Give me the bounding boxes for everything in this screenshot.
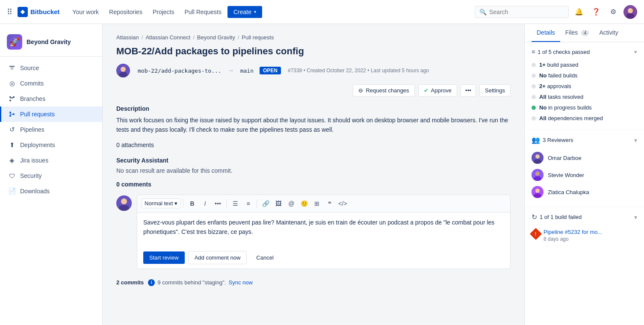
- nav-pull-requests[interactable]: Pull Requests: [180, 6, 226, 18]
- breadcrumb-beyond-gravity[interactable]: Beyond Gravity: [197, 34, 235, 41]
- toolbar-separator-1: [183, 199, 183, 208]
- check-label-tasks: All tasks resolved: [539, 94, 583, 100]
- avatar[interactable]: [623, 5, 637, 19]
- mention-button[interactable]: @: [285, 198, 297, 210]
- sidebar-item-label-branches: Branches: [20, 95, 45, 102]
- reviewer-name-stevie: Stevie Wonder: [548, 172, 584, 178]
- editor-actions: Start review Add comment now Cancel: [137, 247, 510, 269]
- comment-editor-wrap: Normal text ▾ B I ••• ☰ ≡ 🔗 🖼 @: [116, 195, 511, 276]
- sidebar-item-jira-issues[interactable]: ◈ Jira issues: [0, 153, 102, 168]
- table-button[interactable]: ⊞: [311, 198, 323, 210]
- logo[interactable]: Bitbucket: [18, 7, 59, 17]
- editor-content[interactable]: Savez-vous plupart des enfants peuvent p…: [137, 213, 510, 247]
- search-input[interactable]: [489, 9, 564, 15]
- checks-list-icon: ≡: [532, 48, 535, 55]
- search-box[interactable]: 🔍: [475, 6, 569, 18]
- comment-editor: Normal text ▾ B I ••• ☰ ≡ 🔗 🖼 @: [137, 195, 511, 269]
- checks-summary: 1 of 5 checks passed: [538, 49, 632, 55]
- tab-files[interactable]: Files 4: [560, 24, 594, 42]
- sidebar-item-branches[interactable]: Branches: [0, 91, 102, 106]
- build-pipeline-link[interactable]: Pipeline #5232 for mo...: [544, 229, 602, 235]
- check-row-no-failed: No failed builds: [532, 70, 637, 81]
- commenter-avatar: [116, 195, 132, 211]
- tab-files-label: Files: [565, 29, 578, 36]
- link-button[interactable]: 🔗: [260, 198, 272, 210]
- sidebar-project[interactable]: 🚀 Beyond Gravity: [0, 31, 102, 57]
- notifications-icon[interactable]: 🔔: [572, 5, 586, 19]
- create-label: Create: [233, 9, 251, 15]
- breadcrumb: Atlassian / Atlassian Connect / Beyond G…: [116, 34, 511, 41]
- emoji-button[interactable]: 🙂: [298, 198, 310, 210]
- format-label: Normal text: [145, 200, 173, 207]
- breadcrumb-atlassian[interactable]: Atlassian: [116, 34, 139, 41]
- italic-button[interactable]: I: [199, 198, 211, 210]
- commits-icon: ◎: [8, 80, 16, 87]
- request-changes-label: Request changes: [366, 87, 409, 94]
- right-tabs: Details Files 4 Activity: [525, 24, 644, 42]
- approve-button[interactable]: ✔ Approve: [418, 84, 457, 97]
- sidebar-item-label-downloads: Downloads: [20, 188, 50, 195]
- more-formatting-button[interactable]: •••: [212, 198, 224, 210]
- sidebar-item-source[interactable]: Source: [0, 60, 102, 76]
- sidebar-item-pipelines[interactable]: ↺ Pipelines: [0, 122, 102, 137]
- quote-button[interactable]: ❝: [324, 198, 336, 210]
- check-row-dependencies: All dependencies merged: [532, 113, 637, 124]
- bullet-list-button[interactable]: ☰: [229, 198, 241, 210]
- request-changes-button[interactable]: ⊖ Request changes: [353, 84, 414, 97]
- pr-last-updated: Last updated 5 hours ago: [371, 68, 429, 74]
- sidebar-item-pull-requests[interactable]: Pull requests: [0, 106, 102, 122]
- reviewer-avatar-stevie: [532, 169, 544, 181]
- reviewers-header[interactable]: 👥 3 Reviewers ▾: [532, 136, 637, 144]
- sidebar-item-commits[interactable]: ◎ Commits: [0, 76, 102, 91]
- check-row-approvals: 2+ approvals: [532, 81, 637, 92]
- sidebar-item-downloads[interactable]: 📄 Downloads: [0, 183, 102, 199]
- add-comment-button[interactable]: Add comment now: [188, 251, 247, 264]
- sidebar-item-label-deployments: Deployments: [20, 142, 55, 148]
- svg-point-4: [9, 100, 11, 101]
- grid-icon[interactable]: ⠿: [7, 7, 12, 17]
- pr-meta-details: #7338 • Created October 22, 2022 • Last …: [288, 68, 429, 74]
- svg-point-3: [9, 96, 11, 98]
- reviewer-avatar-zlatica: [532, 186, 544, 198]
- check-dot-approvals: [532, 84, 536, 89]
- description-title: Description: [116, 105, 511, 112]
- pr-branch-info: mob-22/add-packages-to... → main OPEN: [134, 67, 281, 75]
- tab-activity[interactable]: Activity: [594, 24, 623, 42]
- settings-button[interactable]: Settings: [479, 84, 511, 97]
- check-dot-dependencies: [532, 116, 536, 121]
- numbered-list-button[interactable]: ≡: [242, 198, 254, 210]
- start-review-button[interactable]: Start review: [143, 251, 185, 264]
- reviewers-icon: 👥: [532, 136, 540, 144]
- build-time: 8 days ago: [544, 236, 569, 242]
- reviewer-row-stevie: Stevie Wonder: [532, 166, 637, 183]
- jira-icon: ◈: [8, 157, 16, 164]
- image-button[interactable]: 🖼: [272, 198, 284, 210]
- pr-created-date: Created October 22, 2022: [307, 68, 366, 74]
- create-button[interactable]: Create ▾: [227, 6, 262, 18]
- settings-icon[interactable]: ⚙: [606, 5, 620, 19]
- build-fail-icon-inner: !: [535, 232, 536, 236]
- builds-section: ↻ 1 of 1 build failed ▾ ! Pipeline #5232…: [525, 207, 644, 251]
- bold-button[interactable]: B: [186, 198, 198, 210]
- downloads-icon: 📄: [8, 187, 16, 195]
- nav-your-work[interactable]: Your work: [68, 6, 103, 18]
- checks-header[interactable]: ≡ 1 of 5 checks passed ▾: [532, 48, 637, 55]
- sidebar-item-security[interactable]: 🛡 Security: [0, 168, 102, 183]
- nav-projects[interactable]: Projects: [148, 6, 179, 18]
- sidebar: 🚀 Beyond Gravity Source ◎ Commits Branch…: [0, 24, 103, 325]
- code-button[interactable]: </>: [337, 198, 349, 210]
- tab-details[interactable]: Details: [532, 24, 560, 42]
- builds-header[interactable]: ↻ 1 of 1 build failed ▾: [532, 213, 637, 221]
- nav-repositories[interactable]: Repositories: [105, 6, 147, 18]
- breadcrumb-pull-requests[interactable]: Pull requests: [242, 34, 274, 41]
- pr-source-branch[interactable]: mob-22/add-packages-to...: [134, 67, 225, 75]
- pr-target-branch[interactable]: main: [237, 67, 257, 75]
- sidebar-item-deployments[interactable]: ⬆ Deployments: [0, 137, 102, 153]
- sync-now-link[interactable]: Sync now: [229, 279, 253, 286]
- cancel-comment-button[interactable]: Cancel: [250, 251, 279, 264]
- more-button[interactable]: •••: [461, 84, 476, 97]
- format-select[interactable]: Normal text ▾: [142, 198, 180, 208]
- help-icon[interactable]: ❓: [589, 5, 603, 19]
- reviewer-row-zlatica: Zlatica Chalupka: [532, 183, 637, 201]
- breadcrumb-atlassian-connect[interactable]: Atlassian Connect: [145, 34, 190, 41]
